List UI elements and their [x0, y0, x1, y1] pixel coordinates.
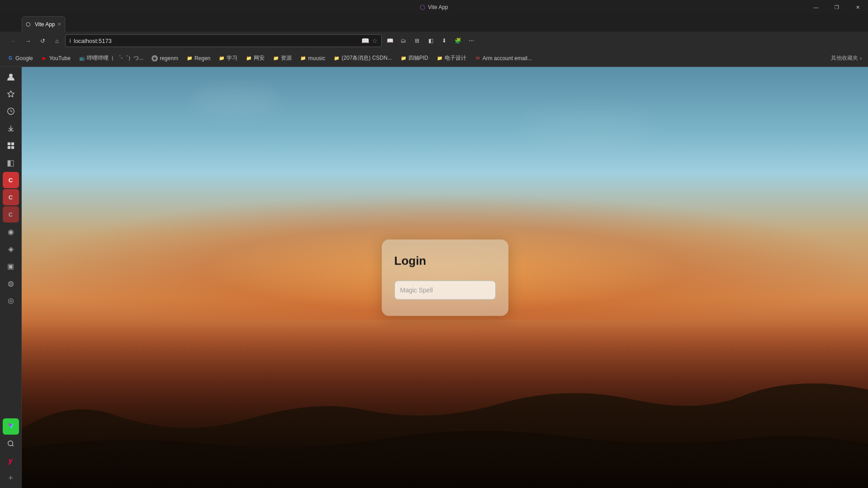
bookmark-pid-folder[interactable]: 📁 四轴PID	[397, 52, 432, 64]
svg-point-6	[8, 441, 13, 446]
restore-button[interactable]: ❐	[826, 0, 847, 14]
email-icon: ✉	[474, 55, 481, 62]
tabs-bar: ⬡ Vite App ✕	[0, 14, 868, 32]
sidebar-item-c2[interactable]: C	[3, 189, 19, 205]
collections-button[interactable]: 🗂	[397, 34, 410, 47]
folder-icon-muusic: 📁	[300, 55, 306, 62]
sidebar-item-vite[interactable]	[3, 418, 19, 435]
folder-icon-regen: 📁	[186, 55, 193, 62]
forward-button[interactable]: →	[22, 34, 34, 47]
extensions-button[interactable]: 🧩	[451, 34, 464, 47]
address-text: localhost:5173	[74, 38, 359, 44]
sidebar-item-collections[interactable]: ◧	[3, 155, 19, 171]
youtube-icon: ▶	[41, 55, 47, 62]
address-star-icon[interactable]: ☆	[372, 37, 378, 44]
svg-rect-4	[7, 146, 10, 149]
sidebar-item-circle4[interactable]: ◎	[3, 292, 19, 308]
sidebar-item-circle3[interactable]: ◍	[3, 275, 19, 291]
bookmark-regenm-label: regenm	[160, 55, 178, 62]
title-bar-right: — ❐ ✕	[806, 0, 868, 14]
bookmark-resources-label: 资源	[281, 54, 292, 62]
title-bar: ⬡ Vite App — ❐ ✕	[0, 0, 868, 14]
sidebar-item-circle2[interactable]: ◈	[3, 241, 19, 257]
folder-icon-resources: 📁	[273, 55, 279, 62]
bookmark-bilibili[interactable]: 📺 哔哩哔哩（ ゜-゜）つ...	[75, 52, 147, 64]
login-title: Login	[394, 254, 496, 268]
magic-spell-input[interactable]	[394, 280, 496, 299]
bookmark-regen-folder[interactable]: 📁 Regen	[183, 53, 214, 63]
bookmark-bilibili-label: 哔哩哔哩（ ゜-゜）つ...	[87, 54, 143, 62]
bookmarks-more-label: 其他收藏夹	[831, 54, 858, 62]
bookmark-csdn-folder[interactable]: 📁 (207条消息) CSDN...	[330, 52, 395, 64]
address-lock-icon: ℹ	[69, 38, 71, 44]
bookmark-netsec-label: 网安	[254, 54, 265, 62]
sidebar-item-history[interactable]	[3, 103, 19, 119]
folder-icon-study: 📁	[218, 55, 225, 62]
sidebar-item-c3[interactable]: C	[3, 206, 19, 223]
more-button[interactable]: ⋯	[465, 34, 478, 47]
reader-view-button[interactable]: 📖	[384, 34, 396, 47]
svg-point-0	[9, 74, 13, 77]
window-title: Vite App	[428, 4, 448, 10]
svg-rect-3	[11, 142, 14, 145]
sidebar-item-square[interactable]: ▣	[3, 258, 19, 274]
tab-vite-app[interactable]: ⬡ Vite App ✕	[22, 16, 65, 32]
regenm-icon: ◆	[152, 55, 158, 62]
sidebar-item-profile[interactable]	[3, 69, 19, 85]
bookmark-google[interactable]: G Google	[4, 53, 37, 63]
bilibili-icon: 📺	[79, 55, 85, 62]
refresh-button[interactable]: ↺	[36, 34, 49, 47]
sidebar-item-favorites[interactable]	[3, 86, 19, 102]
tab-icon: ⬡	[26, 21, 32, 28]
bookmark-resources-folder[interactable]: 📁 资源	[269, 52, 295, 64]
bookmark-netsec-folder[interactable]: 📁 网安	[242, 52, 268, 64]
bookmark-youtube[interactable]: ▶ YouTube	[38, 53, 74, 63]
bookmark-pid-label: 四轴PID	[408, 54, 428, 62]
downloads-button[interactable]: ⬇	[438, 34, 451, 47]
back-button[interactable]: ←	[7, 34, 20, 47]
bookmark-regenm[interactable]: ◆ regenm	[148, 53, 182, 63]
folder-icon-electronics: 📁	[436, 55, 443, 62]
bookmark-regen-label: Regen	[194, 55, 210, 62]
close-button[interactable]: ✕	[847, 0, 868, 14]
home-button[interactable]: ⌂	[51, 34, 63, 47]
bookmark-electronics-label: 电子设计	[445, 54, 466, 62]
minimize-button[interactable]: —	[806, 0, 826, 14]
bookmark-study-folder[interactable]: 📁 学习	[215, 52, 241, 64]
bookmark-study-label: 学习	[227, 54, 237, 62]
vite-icon: ⬡	[420, 4, 425, 11]
folder-icon-csdn: 📁	[333, 55, 340, 62]
tab-label: Vite App	[35, 21, 55, 28]
bookmarks-bar: G Google ▶ YouTube 📺 哔哩哔哩（ ゜-゜）つ... ◆ re…	[0, 50, 868, 67]
svg-rect-5	[11, 146, 14, 149]
tab-close-button[interactable]: ✕	[57, 22, 61, 27]
split-button[interactable]: ⊞	[411, 34, 423, 47]
folder-icon-pid: 📁	[400, 55, 407, 62]
main-content: Login	[22, 67, 868, 488]
svg-rect-2	[7, 142, 10, 145]
sidebar-item-yandex[interactable]: y	[3, 453, 19, 469]
bookmark-youtube-label: YouTube	[49, 55, 71, 62]
sidebar-item-c1[interactable]: C	[3, 172, 19, 188]
bookmark-arm-email[interactable]: ✉ Arm account email...	[471, 53, 536, 63]
google-icon: G	[7, 55, 14, 62]
sidebar: ◧ C C C ◉ ◈ ▣ ◍ ◎ y +	[0, 67, 22, 488]
title-center: ⬡ Vite App	[420, 4, 448, 11]
nav-actions: 📖 🗂 ⊞ ◧ ⬇ 🧩 ⋯	[384, 34, 478, 47]
collections2-button[interactable]: ◧	[424, 34, 437, 47]
folder-icon-netsec: 📁	[246, 55, 252, 62]
sidebar-add-button[interactable]: +	[3, 470, 19, 486]
bookmark-google-label: Google	[15, 55, 33, 62]
login-card: Login	[382, 239, 508, 316]
bookmark-electronics-folder[interactable]: 📁 电子设计	[433, 52, 470, 64]
bookmark-csdn-label: (207条消息) CSDN...	[342, 54, 392, 62]
nav-bar: ← → ↺ ⌂ ℹ localhost:5173 📖 ☆ 📖 🗂 ⊞ ◧ ⬇ 🧩…	[0, 32, 868, 50]
sidebar-item-circle1[interactable]: ◉	[3, 223, 19, 240]
address-bar[interactable]: ℹ localhost:5173 📖 ☆	[65, 34, 382, 47]
bookmark-muusic-folder[interactable]: 📁 muusic	[296, 53, 329, 63]
sidebar-item-apps[interactable]	[3, 137, 19, 154]
sidebar-item-search[interactable]	[3, 436, 19, 452]
sidebar-item-downloads[interactable]	[3, 120, 19, 137]
bookmarks-more-button[interactable]: 其他收藏夹 ›	[828, 52, 864, 64]
bookmark-arm-label: Arm account email...	[483, 55, 532, 62]
